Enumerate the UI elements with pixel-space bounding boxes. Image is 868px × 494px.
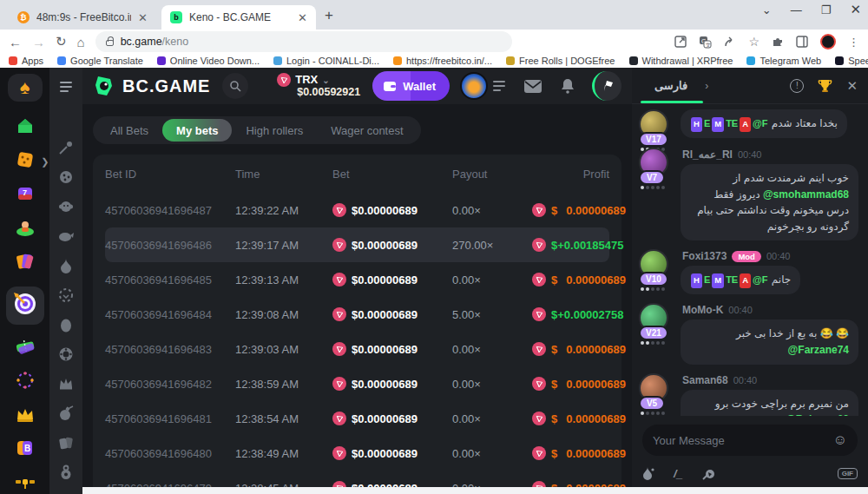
table-row[interactable]: 4570603694169648512:39:13 AM$0.000006890… — [105, 262, 609, 297]
category-item-splash[interactable] — [57, 259, 75, 276]
restore-button[interactable]: ❐ — [821, 3, 832, 16]
share-icon[interactable] — [724, 36, 736, 48]
bets-tab-all-bets[interactable]: All Bets — [96, 119, 162, 142]
user-mention[interactable]: @smohammad68 — [763, 188, 849, 201]
account-menu-icon[interactable] — [493, 81, 505, 91]
search-button[interactable] — [222, 73, 248, 99]
bookmark-item[interactable]: Online Video Down... — [157, 56, 260, 66]
extensions-puzzle-icon[interactable] — [772, 36, 784, 48]
tab-close-icon[interactable]: ✕ — [138, 11, 148, 24]
window-close-button[interactable]: ✕ — [850, 2, 861, 17]
chat-rules-info-icon[interactable]: ! — [790, 79, 804, 93]
bets-tab-high-rollers[interactable]: High rollers — [232, 119, 317, 142]
bcgame-logo-icon[interactable] — [93, 75, 115, 97]
browser-profile-avatar[interactable] — [820, 34, 836, 49]
horizontal-scrollbar[interactable] — [82, 487, 868, 494]
emoji-picker-icon[interactable]: ☺ — [833, 432, 847, 448]
casino-spade-icon[interactable]: ♠ — [8, 74, 43, 102]
chat-close-icon[interactable]: ✕ — [846, 78, 858, 94]
chat-language-tab[interactable]: فارسی — [642, 79, 700, 92]
trophy-icon[interactable] — [818, 79, 832, 93]
username[interactable]: Foxi1373 — [682, 250, 727, 262]
gif-picker-icon[interactable]: GIF — [838, 468, 858, 479]
bookmark-item[interactable]: Login - COINALL-Di... — [273, 56, 379, 66]
username[interactable]: Saman68 — [682, 374, 728, 386]
notifications-bell-icon[interactable] — [561, 78, 575, 94]
message-input-pill[interactable]: ☺ — [642, 425, 858, 456]
bookmark-item[interactable]: Telegram Web — [746, 56, 821, 66]
sidebar-item-dice[interactable]: ❯ — [15, 151, 36, 172]
back-button[interactable]: ← — [9, 35, 22, 49]
category-item-ball[interactable] — [57, 170, 75, 188]
message-bubble[interactable]: بخدا معتاد شدم @FATEMEH — [681, 109, 847, 138]
table-row[interactable]: 4570603694169648312:39:03 AM$0.000006890… — [105, 332, 609, 366]
sidebar-item-promotions[interactable] — [15, 253, 36, 273]
sidebar-item-home[interactable] — [15, 117, 36, 138]
chat-toggle-button[interactable] — [592, 71, 621, 101]
new-tab-button[interactable]: + — [325, 7, 333, 24]
table-row[interactable]: 4570603694169648212:38:59 AM$0.000006890… — [105, 366, 609, 401]
wallet-button[interactable]: Wallet — [372, 71, 450, 101]
currency-selector[interactable]: TRX ⌄ $0.00592921 — [277, 73, 360, 99]
coin-drop-icon[interactable] — [702, 467, 716, 480]
message-bubble[interactable]: من نمیرم برم براچی خودت برو @Behrooz68 — [681, 390, 858, 416]
message-input[interactable] — [653, 434, 833, 447]
username[interactable]: RI_عمه_RI — [682, 148, 733, 161]
translate-icon[interactable]: G文 — [699, 36, 712, 49]
bets-tab-my-bets[interactable]: My bets — [162, 119, 232, 142]
category-item-egg[interactable] — [57, 318, 75, 335]
category-item-comet[interactable] — [57, 141, 75, 158]
category-item-bomb[interactable] — [57, 406, 75, 424]
reload-button[interactable]: ↻ — [56, 34, 67, 49]
bets-tab-wager-contest[interactable]: Wager contest — [317, 119, 417, 142]
message-bubble[interactable]: 😂 😂 به بع از خدا بی خبر @Farzane74 — [681, 319, 858, 364]
table-row[interactable]: 4570603694169648012:38:49 AM$0.000006890… — [105, 436, 609, 471]
mention-letter-tiles[interactable]: @FATEMEH — [690, 117, 769, 129]
bookmark-item[interactable]: Apps — [9, 56, 43, 66]
table-row[interactable]: 4570603694169648112:38:54 AM$0.000006890… — [105, 401, 609, 436]
sidebar-item-live-casino[interactable] — [15, 219, 36, 240]
sidebar-item-affiliate[interactable] — [15, 473, 36, 494]
minimize-button[interactable]: — — [791, 3, 802, 16]
category-item-ring[interactable] — [57, 288, 75, 306]
bookmark-item[interactable]: Speedtest by Ookla... — [835, 56, 868, 66]
sidebar-item-bonus[interactable]: B — [15, 439, 36, 460]
browser-tab-freebitco[interactable]: ₿ 48m:9s - FreeBitco.in - Win free b... … — [9, 5, 156, 30]
category-item-whale[interactable] — [57, 229, 75, 247]
forward-button[interactable]: → — [32, 35, 45, 49]
side-panel-icon[interactable] — [796, 36, 808, 48]
category-item-monkey[interactable] — [57, 200, 75, 217]
bookmark-item[interactable]: Google Translate — [57, 56, 143, 66]
brand-title[interactable]: BC.GAME — [122, 76, 210, 96]
browser-menu-icon[interactable]: ⋮ — [848, 36, 859, 49]
sidebar-item-crown[interactable] — [15, 405, 36, 426]
category-item-chip[interactable] — [57, 347, 75, 365]
mention-letter-tiles[interactable]: @FATEMEH — [690, 273, 769, 286]
sidebar-item-ticket[interactable] — [15, 338, 36, 359]
sidebar-item-keno-target[interactable] — [6, 287, 44, 325]
bookmark-item[interactable]: Withdrawal | XRPfree — [629, 56, 733, 66]
address-bar[interactable]: bc.game/keno — [95, 31, 512, 52]
bookmark-item[interactable]: https://freebitco.in/... — [393, 56, 492, 66]
category-item-amulet[interactable] — [57, 465, 75, 483]
user-avatar[interactable] — [460, 72, 488, 100]
mail-icon[interactable] — [524, 80, 542, 93]
message-bubble[interactable]: جانم @FATEMEH — [681, 266, 800, 294]
table-row[interactable]: 4570603694169648712:39:22 AM$0.000006890… — [105, 193, 609, 227]
user-mention[interactable]: @Farzane74 — [788, 344, 849, 356]
sidebar-collapse-icon[interactable] — [60, 82, 72, 92]
username[interactable]: MoMo-K — [682, 304, 723, 316]
category-item-crown2[interactable] — [57, 377, 75, 394]
home-button[interactable]: ⌂ — [77, 35, 85, 49]
rain-drop-icon[interactable] — [642, 466, 654, 480]
category-item-cards[interactable] — [57, 436, 75, 453]
open-window-icon[interactable] — [674, 36, 687, 48]
browser-tab-keno[interactable]: b Keno - BC.GAME ✕ — [161, 5, 316, 30]
bookmark-item[interactable]: Free Rolls | DOGEfree — [506, 56, 615, 66]
chat-commands-icon[interactable]: /_ — [674, 467, 683, 480]
bookmark-star-icon[interactable]: ☆ — [748, 35, 760, 49]
chevron-right-icon[interactable]: › — [705, 80, 708, 92]
table-row[interactable]: 4570603694169648612:39:17 AM$0.000006892… — [105, 227, 609, 262]
sidebar-item-slots[interactable]: 7 — [15, 185, 36, 206]
message-bubble[interactable]: خوب اینم شرمندت شدم از @smohammad68 دیرو… — [681, 164, 858, 240]
